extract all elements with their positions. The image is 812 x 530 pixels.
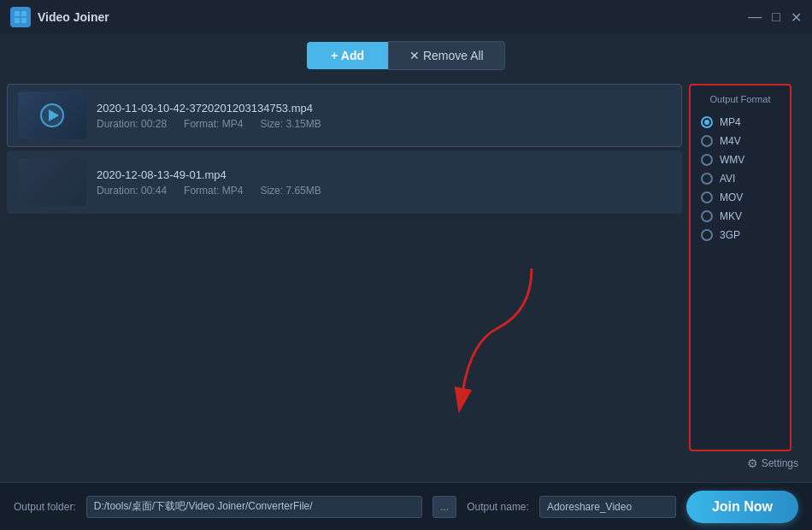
format-label-avi: AVI (720, 173, 735, 185)
main-area: 2020-11-03-10-42-3720201203134753.mp4 Du… (0, 77, 812, 482)
format-label-mov: MOV (720, 191, 743, 203)
format-label-mkv: MKV (720, 210, 742, 222)
file-meta: Duration: 00:44 Format: MP4 Size: 7.65MB (97, 185, 671, 197)
format-label-wmv: WMV (720, 154, 744, 166)
output-format-title: Output Format (697, 94, 783, 104)
svg-rect-3 (21, 18, 26, 23)
radio-m4v (701, 135, 713, 147)
remove-all-button[interactable]: ✕ Remove All (388, 41, 505, 70)
output-name-label: Output name: (467, 501, 529, 513)
bottom-bar: Output folder: ... Output name: Join Now (0, 482, 812, 530)
output-folder-input[interactable] (86, 496, 422, 518)
radio-inner-mp4 (704, 120, 709, 125)
output-format-panel: Output Format MP4 M4V WMV AVI (689, 84, 791, 451)
format-option-wmv[interactable]: WMV (697, 150, 783, 169)
title-bar-left: Video Joiner (10, 7, 109, 27)
radio-avi (701, 173, 713, 185)
arrow-indicator (412, 260, 549, 414)
file-meta: Duration: 00:28 Format: MP4 Size: 3.15MB (97, 118, 671, 130)
radio-3gp (701, 229, 713, 241)
add-button[interactable]: + Add (307, 42, 388, 69)
format-label-m4v: M4V (720, 135, 741, 147)
file-name: 2020-11-03-10-42-3720201203134753.mp4 (97, 102, 671, 115)
output-format-panel-wrapper: Output Format MP4 M4V WMV AVI (689, 84, 805, 475)
browse-button[interactable]: ... (432, 496, 456, 518)
duration: Duration: 00:44 (97, 185, 167, 197)
thumbnail (18, 158, 86, 206)
format-option-mkv[interactable]: MKV (697, 207, 783, 226)
play-triangle (49, 109, 59, 121)
thumbnail (18, 91, 86, 139)
file-list: 2020-11-03-10-42-3720201203134753.mp4 Du… (0, 77, 689, 482)
minimize-button[interactable]: — (748, 9, 762, 25)
format-option-3gp[interactable]: 3GP (697, 226, 783, 244)
radio-mkv (701, 210, 713, 222)
format-label-mp4: MP4 (720, 116, 741, 128)
list-item[interactable]: 2020-12-08-13-49-01.mp4 Duration: 00:44 … (7, 150, 682, 214)
app-icon (10, 7, 31, 27)
duration: Duration: 00:28 (97, 118, 167, 130)
file-info: 2020-11-03-10-42-3720201203134753.mp4 Du… (97, 102, 671, 130)
empty-area (7, 217, 682, 475)
play-icon (40, 103, 64, 127)
format: Format: MP4 (184, 185, 243, 197)
join-now-button[interactable]: Join Now (686, 491, 798, 523)
format-option-mp4[interactable]: MP4 (697, 113, 783, 132)
settings-label: Settings (762, 457, 798, 469)
title-bar: Video Joiner — □ ✕ (0, 0, 812, 34)
output-name-input[interactable] (539, 496, 676, 518)
svg-rect-2 (15, 18, 20, 23)
file-name: 2020-12-08-13-49-01.mp4 (97, 168, 671, 181)
maximize-button[interactable]: □ (772, 9, 780, 25)
settings-button[interactable]: ⚙ Settings (689, 451, 805, 475)
format-option-m4v[interactable]: M4V (697, 132, 783, 150)
format-label-3gp: 3GP (720, 229, 740, 241)
size: Size: 3.15MB (260, 118, 321, 130)
size: Size: 7.65MB (260, 185, 321, 197)
file-info: 2020-12-08-13-49-01.mp4 Duration: 00:44 … (97, 168, 671, 197)
app-title: Video Joiner (38, 10, 109, 24)
output-folder-label: Output folder: (14, 501, 76, 513)
radio-mov (701, 191, 713, 203)
svg-rect-1 (21, 11, 26, 16)
format: Format: MP4 (184, 118, 243, 130)
format-option-mov[interactable]: MOV (697, 188, 783, 207)
toolbar: + Add ✕ Remove All (0, 34, 812, 77)
format-option-avi[interactable]: AVI (697, 169, 783, 188)
list-item[interactable]: 2020-11-03-10-42-3720201203134753.mp4 Du… (7, 84, 682, 147)
close-button[interactable]: ✕ (791, 9, 802, 26)
radio-mp4 (701, 116, 713, 128)
svg-rect-0 (15, 11, 20, 16)
gear-icon: ⚙ (747, 456, 758, 470)
window-controls: — □ ✕ (748, 9, 802, 26)
radio-wmv (701, 154, 713, 166)
